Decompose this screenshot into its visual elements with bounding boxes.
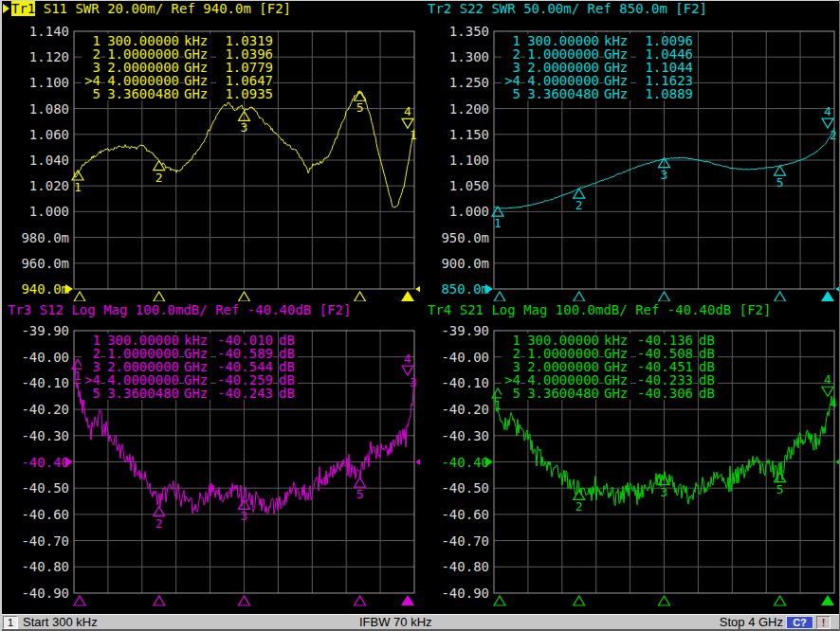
marker-4-label: 4	[824, 372, 831, 387]
marker-4-symbol[interactable]	[822, 387, 833, 396]
marker-1-label: 1	[74, 180, 82, 194]
value-unit: dB	[279, 387, 298, 400]
value-unit: dB	[699, 360, 718, 373]
marker-4-symbol[interactable]	[822, 118, 833, 128]
frequency-unit: GHz	[184, 387, 210, 400]
marker-2-stimulus-icon[interactable]	[154, 292, 165, 301]
marker-value: -40.010	[216, 334, 273, 347]
sweep-stop-label[interactable]: Stop 4 GHz	[720, 615, 783, 629]
frequency-unit: GHz	[604, 47, 630, 61]
marker-number: >4	[502, 373, 520, 387]
marker-row: 53.3600480GHz-40.306dB	[502, 387, 718, 400]
marker-number: 3	[82, 360, 100, 373]
marker-row: 21.0000000GHz-40.508dB	[502, 347, 718, 360]
marker-frequency: 300.00000	[105, 334, 179, 347]
marker-row: >44.0000000GHz-40.233dB	[502, 373, 718, 387]
value-unit	[699, 34, 718, 47]
marker-value: -40.508	[636, 347, 693, 360]
marker-frequency: 4.0000000	[525, 373, 599, 387]
marker-table-tr2: 1300.00000kHz1.009621.0000000GHz1.044632…	[502, 34, 718, 100]
y-axis-tick-label: 900.0m	[441, 256, 489, 271]
marker-number: 2	[82, 47, 100, 61]
marker-row: >44.0000000GHz1.0647	[82, 74, 298, 87]
marker-5-stimulus-icon[interactable]	[775, 596, 786, 605]
marker-2-stimulus-icon[interactable]	[574, 596, 585, 605]
y-axis-labels: -39.90-40.00-40.10-40.20-40.30-40.40-40.…	[21, 323, 69, 601]
marker-table-tr3: 1300.00000kHz-40.010dB21.0000000GHz-40.5…	[82, 334, 298, 400]
marker-5-stimulus-icon[interactable]	[355, 292, 366, 301]
marker-4-stimulus-icon[interactable]	[821, 291, 834, 301]
marker-3-stimulus-icon[interactable]	[238, 292, 249, 301]
marker-1-stimulus-icon[interactable]	[74, 596, 85, 605]
sweep-start-label[interactable]: Start 300 kHz	[23, 615, 98, 629]
marker-number: 1	[502, 334, 520, 347]
marker-3-label: 3	[241, 120, 248, 135]
y-axis-tick-label: 1.200	[449, 101, 489, 117]
marker-number: 3	[502, 360, 520, 373]
marker-frequency: 300.00000	[105, 34, 179, 47]
marker-row: 21.0000000GHz1.0446	[502, 47, 718, 61]
marker-1-label: 1	[494, 398, 502, 412]
y-axis-tick-label: -40.00	[21, 350, 69, 365]
marker-5-label: 5	[356, 100, 364, 115]
marker-4-label: 4	[404, 352, 411, 366]
marker-4-stimulus-icon[interactable]	[401, 291, 414, 301]
y-axis-tick-label: 1.300	[449, 49, 489, 64]
vna-screen: Tr1 S11 SWR 20.00m/ Ref 940.0m [F2]1.140…	[0, 0, 840, 631]
y-axis-tick-label: 960.0m	[21, 256, 69, 271]
alert-indicator[interactable]: !	[816, 616, 831, 629]
marker-4-symbol[interactable]	[402, 366, 413, 375]
marker-number: 5	[82, 387, 100, 400]
marker-4-symbol[interactable]	[402, 118, 413, 128]
marker-row: 53.3600480GHz-40.243dB	[82, 387, 298, 400]
marker-5-label: 5	[776, 482, 784, 496]
marker-5-stimulus-icon[interactable]	[355, 596, 366, 605]
marker-1-stimulus-icon[interactable]	[74, 292, 85, 301]
marker-1-label: 1	[494, 216, 502, 230]
marker-frequency: 4.0000000	[525, 74, 599, 87]
marker-1-label: 1	[74, 369, 82, 383]
trace-number-label: 2	[830, 128, 837, 142]
marker-1-stimulus-icon[interactable]	[494, 292, 505, 301]
frequency-unit: GHz	[184, 74, 210, 87]
marker-number: 5	[82, 87, 100, 100]
marker-1-stimulus-icon[interactable]	[494, 596, 505, 605]
marker-2-stimulus-icon[interactable]	[154, 596, 165, 605]
marker-frequency: 2.0000000	[105, 61, 179, 74]
value-unit: dB	[699, 373, 718, 387]
marker-number: 1	[502, 34, 520, 47]
y-axis-tick-label: -40.20	[21, 402, 69, 417]
marker-row: 1300.00000kHz-40.010dB	[82, 334, 298, 347]
y-axis-tick-label: 1.150	[449, 127, 489, 142]
marker-3-stimulus-icon[interactable]	[658, 292, 669, 301]
y-axis-tick-label: 950.0m	[441, 230, 489, 245]
ref-level-arrow-right-icon	[835, 458, 840, 467]
y-axis-tick-label: 1.000	[449, 204, 489, 219]
marker-number: 3	[82, 61, 100, 74]
marker-frequency: 300.00000	[525, 334, 599, 347]
marker-3-stimulus-icon[interactable]	[238, 596, 249, 605]
marker-5-symbol[interactable]	[775, 166, 786, 175]
marker-3-stimulus-icon[interactable]	[658, 596, 669, 605]
value-unit	[699, 74, 718, 87]
channel-number-box[interactable]: 1	[3, 616, 18, 629]
y-axis-tick-label: 940.0m	[21, 281, 69, 297]
y-axis-labels: -39.90-40.00-40.10-40.20-40.30-40.40-40.…	[441, 323, 489, 601]
y-axis-tick-label: 1.020	[29, 178, 69, 193]
marker-row: 1300.00000kHz-40.136dB	[502, 334, 718, 347]
status-bar: 1 Start 300 kHz IFBW 70 kHz Stop 4 GHz C…	[0, 614, 840, 629]
panel-tr3: Tr3 S12 Log Mag 100.0mdB/ Ref -40.40dB […	[0, 301, 420, 614]
marker-4-stimulus-icon[interactable]	[401, 595, 414, 605]
y-axis-tick-label: -39.90	[21, 323, 69, 338]
y-axis-tick-label: 1.000	[29, 204, 69, 219]
marker-4-stimulus-icon[interactable]	[821, 595, 834, 605]
marker-5-stimulus-icon[interactable]	[775, 292, 786, 301]
marker-frequency: 1.0000000	[105, 47, 179, 61]
marker-2-label: 2	[155, 516, 163, 531]
ifbw-label[interactable]: IFBW 70 kHz	[359, 615, 432, 629]
ref-level-arrow-left-icon	[485, 284, 493, 294]
y-axis-tick-label: 980.0m	[21, 230, 69, 245]
marker-5-symbol[interactable]	[355, 478, 366, 487]
marker-4-label: 4	[824, 104, 831, 118]
marker-2-stimulus-icon[interactable]	[574, 292, 585, 301]
